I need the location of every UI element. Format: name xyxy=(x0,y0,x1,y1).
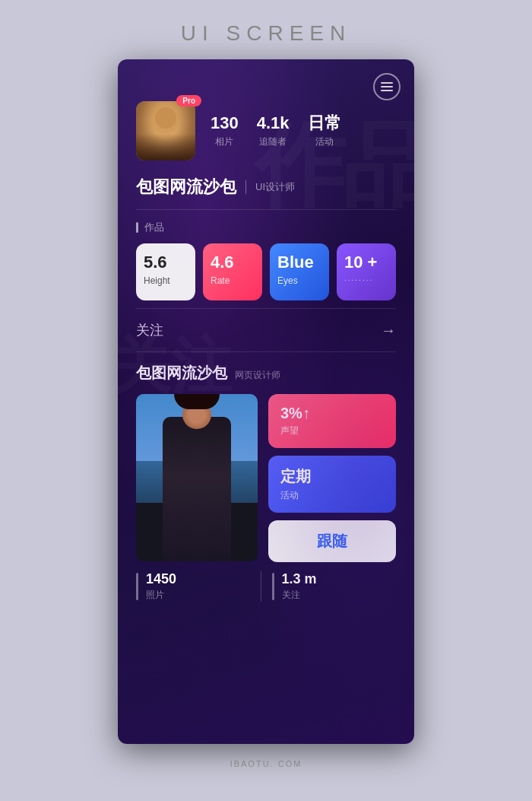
follow-arrow-icon: → xyxy=(381,322,396,339)
profile-role: UI设计师 xyxy=(255,180,295,194)
card-rate[interactable]: 4.6 Rate xyxy=(203,243,262,300)
avatar xyxy=(136,101,195,161)
stat-bottom-follow-label: 关注 xyxy=(282,589,317,602)
page-title: UI SCREEN xyxy=(0,0,532,59)
pro-badge: Pro xyxy=(176,95,201,106)
action-reputation-main: 3%↑ xyxy=(280,405,310,422)
follow-label: 关注 xyxy=(136,321,163,339)
stat-followers-value: 4.1k xyxy=(257,113,290,133)
action-reputation-sub: 声望 xyxy=(280,424,299,437)
stat-followers-label: 追随者 xyxy=(257,135,290,148)
stat-bottom-photos: 1450 照片 xyxy=(136,571,261,602)
profile2-name: 包图网流沙包 xyxy=(136,363,227,383)
card-eyes-num: Blue xyxy=(277,253,314,272)
stat-activity-label: 活动 xyxy=(308,135,341,148)
card-height-text: Height xyxy=(144,275,170,286)
action-follow-main: 跟随 xyxy=(317,531,347,551)
stat-activity-value: 日常 xyxy=(308,113,341,133)
profile2-image xyxy=(136,394,258,561)
profile-top: Pro 130 相片 4.1k 追随者 日常 活动 xyxy=(136,101,396,161)
profile-name: 包图网流沙包 xyxy=(136,176,236,199)
card-rate-num: 4.6 xyxy=(211,253,234,272)
profile2-actions: 3%↑ 声望 定期 活动 跟随 xyxy=(268,394,396,562)
card-height-num: 5.6 xyxy=(144,253,167,272)
stat-followers: 4.1k 追随者 xyxy=(257,113,290,148)
stat-photos-label: 相片 xyxy=(211,135,239,148)
stat-bottom-bar-2 xyxy=(272,573,274,600)
profile-section-1: Pro 130 相片 4.1k 追随者 日常 活动 包图网流沙包 xyxy=(118,59,414,300)
avatar-wrapper: Pro xyxy=(136,101,195,161)
stat-bottom-follow-content: 1.3 m 关注 xyxy=(282,571,317,602)
watermark: IBAOTU. COM xyxy=(230,744,302,776)
card-rate-text: Rate xyxy=(211,275,230,286)
stat-photos: 130 相片 xyxy=(211,113,239,148)
card-more-num: 10 + xyxy=(344,253,377,272)
stat-activity: 日常 活动 xyxy=(308,113,341,148)
action-periodic-sub: 活动 xyxy=(280,489,299,502)
profile2-role: 网页设计师 xyxy=(235,369,280,382)
stat-bottom-bar-1 xyxy=(136,573,138,600)
section-divider-1 xyxy=(136,209,396,210)
action-follow[interactable]: 跟随 xyxy=(268,520,396,562)
stat-bottom-follow: 1.3 m 关注 xyxy=(261,571,397,602)
cards-row: 5.6 Height 4.6 Rate Blue Eyes 10 + .....… xyxy=(136,243,396,300)
card-more[interactable]: 10 + ........ xyxy=(337,243,396,300)
profile2-stats-bottom: 1450 照片 1.3 m 关注 xyxy=(136,571,396,602)
follow-section[interactable]: 关注 → xyxy=(136,308,396,352)
card-more-dots: ........ xyxy=(344,274,373,282)
card-eyes-text: Eyes xyxy=(277,275,298,286)
profile2-content: 3%↑ 声望 定期 活动 跟随 xyxy=(136,394,396,562)
action-reputation[interactable]: 3%↑ 声望 xyxy=(268,394,396,448)
works-label: 作品 xyxy=(136,221,396,234)
avatar-image xyxy=(136,101,195,161)
profile-card-2: 包图网流沙包 网页设计师 3%↑ 声望 定期 活动 xyxy=(136,363,396,602)
stats-row: 130 相片 4.1k 追随者 日常 活动 xyxy=(211,113,396,148)
action-periodic[interactable]: 定期 活动 xyxy=(268,456,396,513)
profile2-header: 包图网流沙包 网页设计师 xyxy=(136,363,396,383)
stat-bottom-photos-content: 1450 照片 xyxy=(146,571,176,602)
stat-bottom-follow-num: 1.3 m xyxy=(282,571,317,587)
stat-photos-value: 130 xyxy=(211,113,239,133)
name-divider xyxy=(245,180,246,194)
card-eyes[interactable]: Blue Eyes xyxy=(270,243,329,300)
profile-name-row: 包图网流沙包 UI设计师 xyxy=(136,176,396,199)
card-height[interactable]: 5.6 Height xyxy=(136,243,195,300)
phone-frame: 作品 关注 Pro 130 相片 4.1k xyxy=(118,59,414,744)
stat-bottom-photos-label: 照片 xyxy=(146,589,176,602)
action-periodic-main: 定期 xyxy=(280,466,311,487)
figure-element xyxy=(163,417,231,561)
stat-bottom-photos-num: 1450 xyxy=(146,571,176,587)
